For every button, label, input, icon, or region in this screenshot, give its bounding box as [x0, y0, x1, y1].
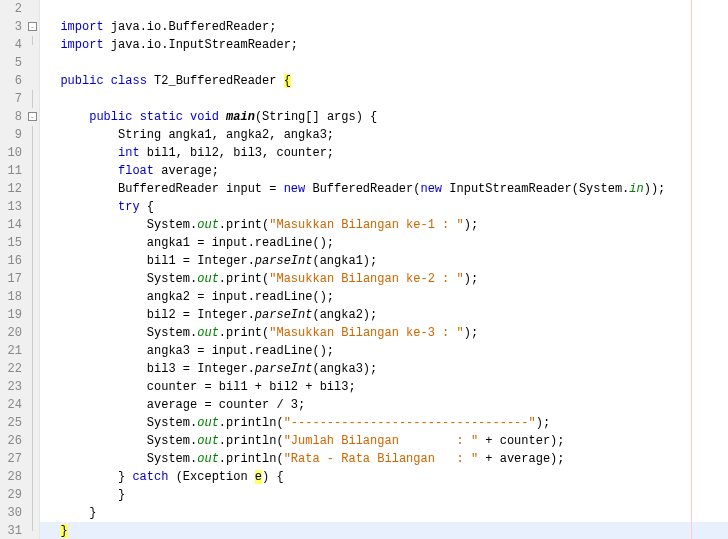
code-line[interactable]: 2: [0, 0, 728, 18]
code-token: [219, 110, 226, 124]
code-content[interactable]: float average;: [40, 162, 728, 180]
code-content[interactable]: System.out.println("--------------------…: [40, 414, 728, 432]
code-line[interactable]: 30 }: [0, 504, 728, 522]
code-content[interactable]: bil2 = Integer.parseInt(angka2);: [40, 306, 728, 324]
code-editor[interactable]: 23- import java.io.BufferedReader;4 impo…: [0, 0, 728, 539]
fold-guide-line: [32, 414, 33, 432]
code-token: [46, 38, 60, 52]
code-line[interactable]: 8- public static void main(String[] args…: [0, 108, 728, 126]
code-token: bil1 = Integer.: [46, 254, 255, 268]
code-content[interactable]: public static void main(String[] args) {: [40, 108, 728, 126]
fold-gutter-cell: [26, 252, 40, 270]
code-content[interactable]: }: [40, 504, 728, 522]
code-token: out: [197, 416, 219, 430]
code-line[interactable]: 25 System.out.println("-----------------…: [0, 414, 728, 432]
line-number: 12: [0, 180, 26, 198]
code-line[interactable]: 28 } catch (Exception e) {: [0, 468, 728, 486]
fold-guide-line: [32, 378, 33, 396]
code-line[interactable]: 23 counter = bil1 + bil2 + bil3;: [0, 378, 728, 396]
code-content[interactable]: }: [40, 522, 728, 539]
code-token: BufferedReader(: [305, 182, 420, 196]
fold-gutter-cell: [26, 0, 40, 18]
code-content[interactable]: [40, 54, 728, 72]
code-token: );: [464, 218, 478, 232]
code-content[interactable]: import java.io.BufferedReader;: [40, 18, 728, 36]
code-content[interactable]: bil1 = Integer.parseInt(angka1);: [40, 252, 728, 270]
code-line[interactable]: 7: [0, 90, 728, 108]
code-content[interactable]: System.out.println("Rata - Rata Bilangan…: [40, 450, 728, 468]
code-token: new: [420, 182, 442, 196]
fold-gutter-cell: [26, 54, 40, 72]
code-line[interactable]: 5: [0, 54, 728, 72]
code-line[interactable]: 14 System.out.print("Masukkan Bilangan k…: [0, 216, 728, 234]
fold-guide-line: [32, 234, 33, 252]
code-content[interactable]: average = counter / 3;: [40, 396, 728, 414]
code-token: ));: [644, 182, 666, 196]
code-token: .println(: [219, 416, 284, 430]
code-token: [132, 110, 139, 124]
code-token: public: [89, 110, 132, 124]
code-token: [46, 110, 89, 124]
code-line[interactable]: 18 angka2 = input.readLine();: [0, 288, 728, 306]
fold-gutter-cell[interactable]: -: [26, 18, 40, 36]
code-line[interactable]: 4 import java.io.InputStreamReader;: [0, 36, 728, 54]
code-token: [104, 74, 111, 88]
code-content[interactable]: }: [40, 486, 728, 504]
code-line[interactable]: 11 float average;: [0, 162, 728, 180]
code-line[interactable]: 24 average = counter / 3;: [0, 396, 728, 414]
code-content[interactable]: try {: [40, 198, 728, 216]
fold-collapse-icon[interactable]: -: [28, 112, 37, 121]
line-number: 9: [0, 126, 26, 144]
fold-collapse-icon[interactable]: -: [28, 22, 37, 31]
code-content[interactable]: System.out.print("Masukkan Bilangan ke-2…: [40, 270, 728, 288]
code-line[interactable]: 15 angka1 = input.readLine();: [0, 234, 728, 252]
code-line[interactable]: 29 }: [0, 486, 728, 504]
code-token: out: [197, 326, 219, 340]
code-line[interactable]: 20 System.out.print("Masukkan Bilangan k…: [0, 324, 728, 342]
code-token: average = counter / 3;: [46, 398, 305, 412]
code-line[interactable]: 22 bil3 = Integer.parseInt(angka3);: [0, 360, 728, 378]
code-line[interactable]: 16 bil1 = Integer.parseInt(angka1);: [0, 252, 728, 270]
fold-gutter-cell[interactable]: -: [26, 108, 40, 126]
code-content[interactable]: angka2 = input.readLine();: [40, 288, 728, 306]
code-token: .println(: [219, 434, 284, 448]
code-line[interactable]: 3- import java.io.BufferedReader;: [0, 18, 728, 36]
code-line[interactable]: 10 int bil1, bil2, bil3, counter;: [0, 144, 728, 162]
code-line[interactable]: 21 angka3 = input.readLine();: [0, 342, 728, 360]
code-line[interactable]: 13 try {: [0, 198, 728, 216]
code-content[interactable]: public class T2_BufferedReader {: [40, 72, 728, 90]
code-area[interactable]: 23- import java.io.BufferedReader;4 impo…: [0, 0, 728, 539]
code-content[interactable]: String angka1, angka2, angka3;: [40, 126, 728, 144]
code-content[interactable]: System.out.println("Jumlah Bilangan : " …: [40, 432, 728, 450]
code-line[interactable]: 12 BufferedReader input = new BufferedRe…: [0, 180, 728, 198]
code-content[interactable]: System.out.print("Masukkan Bilangan ke-1…: [40, 216, 728, 234]
fold-gutter-cell: [26, 342, 40, 360]
fold-gutter-cell: [26, 144, 40, 162]
code-content[interactable]: angka3 = input.readLine();: [40, 342, 728, 360]
code-content[interactable]: angka1 = input.readLine();: [40, 234, 728, 252]
code-content[interactable]: import java.io.InputStreamReader;: [40, 36, 728, 54]
fold-guide-line: [32, 270, 33, 288]
code-line[interactable]: 17 System.out.print("Masukkan Bilangan k…: [0, 270, 728, 288]
code-line[interactable]: 9 String angka1, angka2, angka3;: [0, 126, 728, 144]
code-token: static: [140, 110, 183, 124]
code-content[interactable]: counter = bil1 + bil2 + bil3;: [40, 378, 728, 396]
code-content[interactable]: int bil1, bil2, bil3, counter;: [40, 144, 728, 162]
code-token: angka1 = input.readLine();: [46, 236, 334, 250]
code-token: (angka2);: [312, 308, 377, 322]
code-token: out: [197, 218, 219, 232]
code-line[interactable]: 6 public class T2_BufferedReader {: [0, 72, 728, 90]
code-line[interactable]: 19 bil2 = Integer.parseInt(angka2);: [0, 306, 728, 324]
code-content[interactable]: } catch (Exception e) {: [40, 468, 728, 486]
code-line[interactable]: 27 System.out.println("Rata - Rata Bilan…: [0, 450, 728, 468]
code-content[interactable]: [40, 0, 728, 18]
code-line[interactable]: 26 System.out.println("Jumlah Bilangan :…: [0, 432, 728, 450]
code-line[interactable]: 31 }: [0, 522, 728, 539]
code-token: out: [197, 434, 219, 448]
code-content[interactable]: System.out.print("Masukkan Bilangan ke-3…: [40, 324, 728, 342]
line-number: 31: [0, 522, 26, 539]
code-content[interactable]: BufferedReader input = new BufferedReade…: [40, 180, 728, 198]
code-content[interactable]: [40, 90, 728, 108]
code-token: System.: [46, 416, 197, 430]
code-content[interactable]: bil3 = Integer.parseInt(angka3);: [40, 360, 728, 378]
